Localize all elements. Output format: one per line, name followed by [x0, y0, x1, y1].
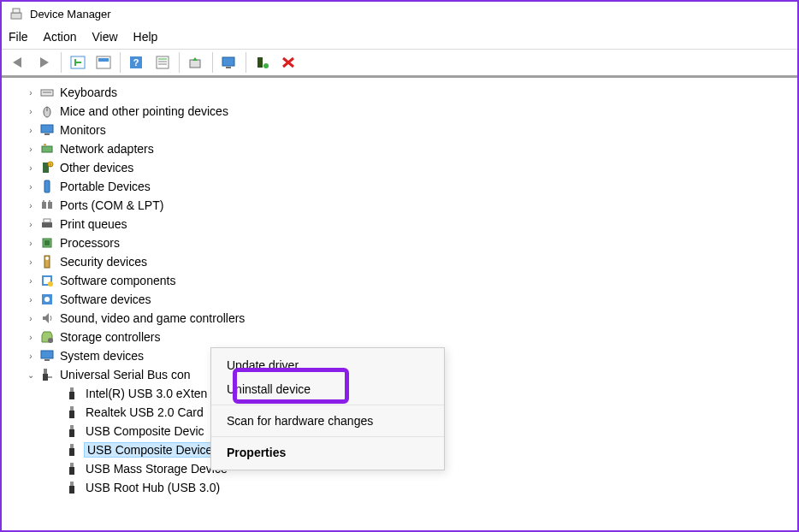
- tree-category[interactable]: ›Security devices: [2, 252, 797, 271]
- tree-category[interactable]: ›Processors: [2, 233, 797, 252]
- svg-rect-4: [98, 58, 109, 62]
- properties-sheet-icon: [155, 56, 170, 69]
- tree-category[interactable]: ›Software components: [2, 271, 797, 290]
- svg-rect-60: [69, 486, 74, 494]
- svg-rect-12: [222, 57, 234, 66]
- other-device-icon: !: [39, 161, 55, 174]
- svg-rect-50: [69, 392, 74, 399]
- chevron-right-icon[interactable]: ›: [26, 257, 36, 267]
- add-legacy-button[interactable]: [251, 51, 275, 74]
- tree-category-label: Security devices: [58, 255, 147, 269]
- tree-category[interactable]: ›Network adapters: [2, 139, 797, 158]
- chevron-right-icon[interactable]: ›: [26, 126, 36, 135]
- svg-rect-46: [44, 369, 47, 374]
- software-component-icon: [39, 274, 55, 287]
- chevron-right-icon[interactable]: ›: [26, 163, 36, 173]
- mouse-icon: [39, 104, 55, 118]
- tree-device-label: USB Composite Devic: [84, 424, 204, 438]
- menu-file[interactable]: File: [9, 30, 28, 44]
- menu-action[interactable]: Action: [44, 30, 77, 44]
- chevron-right-icon[interactable]: ›: [26, 239, 36, 248]
- scan-button[interactable]: [217, 51, 241, 74]
- chevron-right-icon[interactable]: ›: [26, 88, 36, 98]
- menu-view[interactable]: View: [92, 30, 117, 44]
- tree-category[interactable]: ›Portable Devices: [2, 177, 797, 196]
- chevron-right-icon[interactable]: ›: [26, 276, 36, 286]
- back-button[interactable]: [7, 51, 31, 74]
- context-properties[interactable]: Properties: [211, 440, 444, 464]
- chevron-right-icon[interactable]: ›: [26, 352, 36, 361]
- security-icon: [39, 255, 55, 269]
- svg-point-40: [48, 281, 53, 287]
- printer-icon: [39, 217, 55, 231]
- menu-help[interactable]: Help: [133, 30, 158, 44]
- tree-category-label: Keyboards: [58, 86, 117, 99]
- chevron-down-icon[interactable]: ⌄: [26, 370, 36, 380]
- chevron-right-icon[interactable]: ›: [26, 220, 36, 229]
- tree-category[interactable]: ›Ports (COM & LPT): [2, 196, 797, 215]
- svg-point-43: [48, 338, 53, 343]
- tree-category-label: Software components: [58, 274, 175, 287]
- svg-rect-45: [44, 359, 50, 361]
- tree-category[interactable]: ›Keyboards: [2, 83, 797, 102]
- context-update-driver[interactable]: Update driver: [211, 353, 444, 377]
- svg-rect-59: [70, 482, 74, 486]
- tree-category[interactable]: ›Print queues: [2, 215, 797, 233]
- usb-controller-icon: [39, 368, 55, 381]
- properties-button[interactable]: [151, 51, 175, 74]
- scan-monitor-icon: [222, 56, 237, 69]
- tree-category-label: Universal Serial Bus con: [58, 368, 191, 381]
- context-scan-hardware[interactable]: Scan for hardware changes: [211, 409, 444, 433]
- tree-category[interactable]: ›Software devices: [2, 290, 797, 309]
- svg-rect-7: [157, 56, 169, 68]
- svg-rect-55: [70, 444, 74, 448]
- chevron-right-icon[interactable]: ›: [26, 107, 36, 116]
- usb-plug-icon: [65, 405, 80, 419]
- window-title: Device Manager: [30, 8, 111, 21]
- chevron-right-icon[interactable]: ›: [26, 314, 36, 323]
- action-center-button[interactable]: [92, 51, 115, 74]
- help-button[interactable]: ?: [125, 51, 149, 74]
- forward-button[interactable]: [33, 51, 56, 74]
- show-hidden-button[interactable]: [66, 51, 90, 74]
- portable-device-icon: [39, 180, 55, 193]
- chevron-right-icon[interactable]: ›: [26, 182, 36, 192]
- update-driver-button[interactable]: [184, 51, 208, 74]
- svg-rect-53: [70, 425, 74, 429]
- svg-rect-57: [70, 463, 74, 467]
- chevron-right-icon[interactable]: ›: [26, 295, 36, 304]
- uninstall-x-icon: [281, 56, 296, 69]
- svg-rect-11: [190, 60, 200, 68]
- tree-category[interactable]: ›!Other devices: [2, 158, 797, 177]
- tree-category-label: Mice and other pointing devices: [58, 104, 228, 118]
- tree-category[interactable]: ›Monitors: [2, 121, 797, 139]
- context-uninstall-device[interactable]: Uninstall device: [211, 377, 444, 401]
- sound-icon: [39, 311, 55, 325]
- add-legacy-icon: [255, 56, 270, 69]
- svg-rect-0: [11, 13, 21, 19]
- chevron-right-icon[interactable]: ›: [26, 333, 36, 342]
- tree-device-label: Intel(R) USB 3.0 eXten: [84, 387, 207, 400]
- context-menu: Update driver Uninstall device Scan for …: [210, 347, 445, 470]
- usb-plug-icon: [65, 481, 80, 494]
- usb-plug-icon: [65, 462, 80, 476]
- tree-category-label: System devices: [58, 349, 144, 363]
- svg-point-15: [263, 63, 269, 68]
- svg-rect-23: [44, 144, 46, 146]
- chevron-right-icon[interactable]: ›: [26, 201, 36, 210]
- svg-rect-20: [41, 125, 53, 133]
- tree-device[interactable]: USB Root Hub (USB 3.0): [2, 478, 797, 497]
- tree-device-label: Realtek USB 2.0 Card: [84, 405, 204, 419]
- software-device-icon: [39, 293, 55, 306]
- system-device-icon: [39, 349, 55, 363]
- svg-text:!: !: [50, 163, 50, 168]
- keyboard-icon: [39, 86, 55, 99]
- tree-category[interactable]: ›Sound, video and game controllers: [2, 309, 797, 328]
- tree-category[interactable]: ›Mice and other pointing devices: [2, 102, 797, 121]
- svg-rect-49: [70, 387, 74, 392]
- uninstall-button[interactable]: [276, 51, 300, 74]
- action-center-icon: [96, 56, 111, 69]
- tree-category[interactable]: ›Storage controllers: [2, 328, 797, 346]
- chevron-right-icon[interactable]: ›: [26, 145, 36, 154]
- storage-icon: [39, 330, 55, 344]
